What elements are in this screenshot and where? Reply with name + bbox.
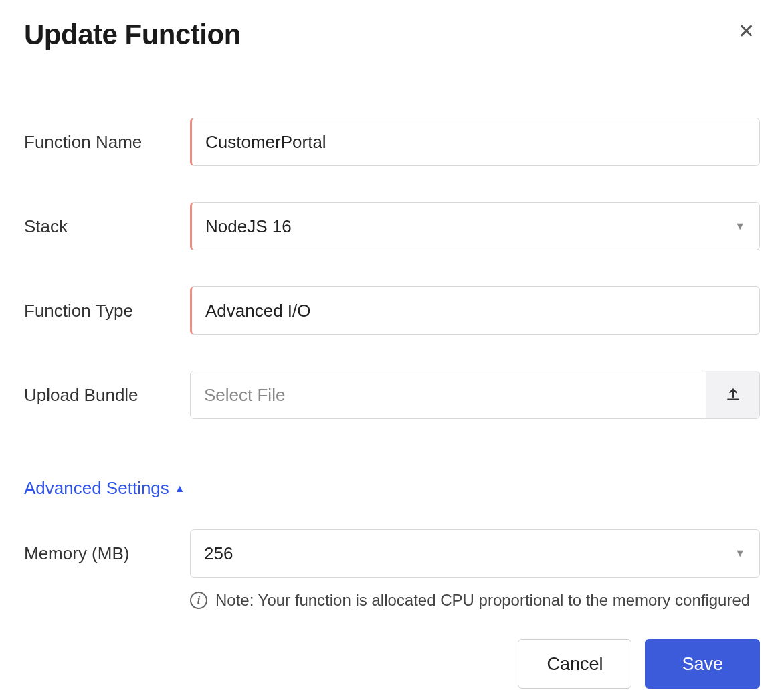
memory-note-text: Note: Your function is allocated CPU pro… [215, 591, 750, 610]
chevron-up-icon: ▲ [175, 483, 185, 495]
function-name-input[interactable] [190, 118, 760, 166]
function-type-row: Function Type [24, 286, 760, 335]
memory-label: Memory (MB) [24, 543, 190, 564]
dialog-header: Update Function ✕ [24, 19, 760, 51]
advanced-settings-toggle[interactable]: Advanced Settings ▲ [24, 478, 185, 499]
stack-row: Stack NodeJS 16 ▼ [24, 202, 760, 250]
dialog-title: Update Function [24, 19, 241, 51]
upload-bundle-label: Upload Bundle [24, 385, 190, 406]
upload-bundle-wrap [190, 371, 760, 419]
cancel-button[interactable]: Cancel [518, 639, 631, 689]
upload-bundle-row: Upload Bundle [24, 371, 760, 419]
memory-row: Memory (MB) 256 ▼ [24, 529, 760, 578]
function-name-row: Function Name [24, 118, 760, 166]
upload-bundle-input[interactable] [191, 371, 706, 418]
memory-select-wrap: 256 ▼ [190, 529, 760, 578]
upload-bundle-button[interactable] [706, 371, 759, 418]
save-button[interactable]: Save [645, 639, 760, 689]
close-icon: ✕ [738, 20, 755, 42]
function-type-input-wrap [190, 286, 760, 335]
stack-select[interactable]: NodeJS 16 [190, 202, 760, 250]
memory-select[interactable]: 256 [190, 529, 760, 578]
function-type-input [190, 286, 760, 335]
close-button[interactable]: ✕ [732, 19, 760, 44]
memory-note-row: i Note: Your function is allocated CPU p… [190, 591, 760, 610]
dialog-footer: Cancel Save [24, 639, 760, 689]
advanced-settings-label: Advanced Settings [24, 478, 169, 499]
function-name-input-wrap [190, 118, 760, 166]
stack-select-wrap: NodeJS 16 ▼ [190, 202, 760, 250]
upload-icon [724, 385, 742, 405]
stack-label: Stack [24, 216, 190, 237]
info-icon: i [190, 592, 207, 609]
function-name-label: Function Name [24, 132, 190, 153]
function-type-label: Function Type [24, 300, 190, 321]
memory-note-container: i Note: Your function is allocated CPU p… [24, 591, 760, 610]
memory-block: Memory (MB) 256 ▼ i Note: Your function … [24, 529, 760, 610]
